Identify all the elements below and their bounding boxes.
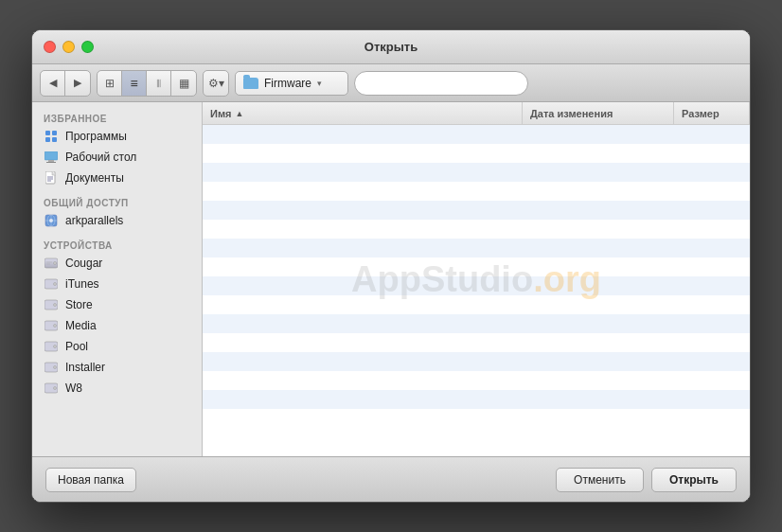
minimize-button[interactable] xyxy=(62,41,75,53)
sidebar-item-label: arkparallels xyxy=(65,214,123,227)
view-cover-button[interactable]: ▦ xyxy=(171,71,196,96)
table-row xyxy=(203,182,750,201)
svg-rect-5 xyxy=(48,160,54,162)
folder-dropdown[interactable]: Firmware ▾ xyxy=(235,71,348,96)
table-row xyxy=(203,390,750,409)
window-title: Открыть xyxy=(364,40,418,54)
sidebar-item-programs[interactable]: Программы xyxy=(32,126,202,147)
view-list-button[interactable]: ≡ xyxy=(122,71,147,96)
table-row xyxy=(203,314,750,333)
search-input[interactable] xyxy=(354,71,528,96)
sidebar-item-label: Store xyxy=(65,298,93,311)
file-list xyxy=(203,125,750,456)
svg-point-23 xyxy=(54,304,57,307)
sidebar-item-media[interactable]: Media xyxy=(32,315,202,336)
table-row xyxy=(203,257,750,276)
table-row xyxy=(203,201,750,220)
sidebar-item-w8[interactable]: W8 xyxy=(32,378,202,399)
sidebar-item-label: Pool xyxy=(65,340,88,353)
sidebar-item-installer[interactable]: Installer xyxy=(32,357,202,378)
view-buttons: ⊞ ≡ ⫴ ▦ xyxy=(97,70,197,97)
sidebar-item-arkparallels[interactable]: arkparallels xyxy=(32,210,202,231)
svg-rect-0 xyxy=(45,131,50,135)
forward-button[interactable]: ▶ xyxy=(65,71,90,96)
sidebar-item-cougar[interactable]: Cougar xyxy=(32,253,202,274)
open-dialog-window: Открыть ◀ ▶ ⊞ ≡ ⫴ ▦ xyxy=(31,29,751,503)
grid-icon: ⊞ xyxy=(105,77,115,90)
sidebar-item-label: Media xyxy=(65,319,97,332)
toolbar: ◀ ▶ ⊞ ≡ ⫴ ▦ ⚙▾ xyxy=(32,64,750,102)
action-icon: ⚙▾ xyxy=(208,77,224,90)
sidebar-section-shared: ОБЩИЙ ДОСТУП xyxy=(32,194,202,210)
sidebar-section-favorites: ИЗБРАННОЕ xyxy=(32,110,202,126)
back-button[interactable]: ◀ xyxy=(41,71,65,96)
hdd-store-icon xyxy=(44,297,59,312)
svg-point-25 xyxy=(54,325,57,328)
table-row xyxy=(203,352,750,371)
table-row xyxy=(203,163,750,182)
table-row xyxy=(203,144,750,163)
dropdown-arrow-icon: ▾ xyxy=(317,79,322,88)
desktop-icon xyxy=(44,150,59,165)
hdd-cougar-icon xyxy=(44,256,59,271)
hdd-media-icon xyxy=(44,318,59,333)
table-row xyxy=(203,276,750,295)
search-wrapper: ⌕ xyxy=(354,71,742,96)
svg-rect-2 xyxy=(45,137,50,142)
sidebar-item-label: Рабочий стол xyxy=(65,151,136,164)
sidebar-item-desktop[interactable]: Рабочий стол xyxy=(32,147,202,168)
apps-icon xyxy=(44,129,59,144)
sidebar-section-devices: УСТРОЙСТВА xyxy=(32,237,202,253)
list-icon: ≡ xyxy=(130,76,137,91)
svg-rect-6 xyxy=(46,162,56,163)
sidebar-item-store[interactable]: Store xyxy=(32,294,202,315)
table-row xyxy=(203,125,750,144)
nav-buttons: ◀ ▶ xyxy=(40,70,91,97)
column-date[interactable]: Дата изменения xyxy=(523,102,674,124)
svg-rect-3 xyxy=(52,137,57,142)
view-columns-button[interactable]: ⫴ xyxy=(147,71,171,96)
column-size[interactable]: Размер xyxy=(674,102,750,124)
traffic-lights xyxy=(44,41,94,53)
table-row xyxy=(203,333,750,352)
column-name[interactable]: Имя ▲ xyxy=(203,102,523,124)
sidebar: ИЗБРАННОЕ Программы Рабочий стол Докумен… xyxy=(32,102,203,456)
svg-point-21 xyxy=(54,283,57,286)
columns-icon: ⫴ xyxy=(156,77,161,90)
sidebar-item-label: Программы xyxy=(65,130,127,143)
view-icon-button[interactable]: ⊞ xyxy=(98,71,122,96)
network-icon xyxy=(44,213,59,228)
sidebar-item-pool[interactable]: Pool xyxy=(32,336,202,357)
action-button[interactable]: ⚙▾ xyxy=(204,71,228,96)
svg-point-17 xyxy=(54,262,57,265)
svg-rect-1 xyxy=(52,131,57,135)
sidebar-item-label: iTunes xyxy=(65,277,99,291)
documents-icon xyxy=(44,170,59,186)
sidebar-item-label: Cougar xyxy=(65,257,102,270)
main-area: ИЗБРАННОЕ Программы Рабочий стол Докумен… xyxy=(32,102,750,456)
forward-icon: ▶ xyxy=(74,77,81,89)
bottom-buttons: Отменить Открыть xyxy=(556,468,737,492)
sidebar-item-label: Installer xyxy=(65,361,105,374)
sidebar-item-itunes[interactable]: iTunes xyxy=(32,274,202,294)
sidebar-item-label: W8 xyxy=(65,381,82,395)
close-button[interactable] xyxy=(44,41,56,53)
table-row xyxy=(203,239,750,257)
table-row xyxy=(203,295,750,314)
open-button[interactable]: Открыть xyxy=(651,468,737,492)
sort-asc-icon: ▲ xyxy=(235,109,243,118)
folder-icon xyxy=(243,78,258,89)
cancel-button[interactable]: Отменить xyxy=(556,468,644,492)
sidebar-item-documents[interactable]: Документы xyxy=(32,168,202,188)
svg-point-27 xyxy=(54,346,57,348)
titlebar: Открыть xyxy=(32,30,750,64)
table-row xyxy=(203,371,750,390)
file-area-wrapper: Имя ▲ Дата изменения Размер xyxy=(203,102,750,456)
maximize-button[interactable] xyxy=(81,41,94,53)
hdd-pool-icon xyxy=(44,339,59,354)
new-folder-button[interactable]: Новая папка xyxy=(45,468,136,492)
bottom-bar: Новая папка Отменить Открыть xyxy=(32,456,750,502)
folder-name: Firmware xyxy=(264,77,311,90)
table-row xyxy=(203,409,750,428)
hdd-w8-icon xyxy=(44,381,59,396)
